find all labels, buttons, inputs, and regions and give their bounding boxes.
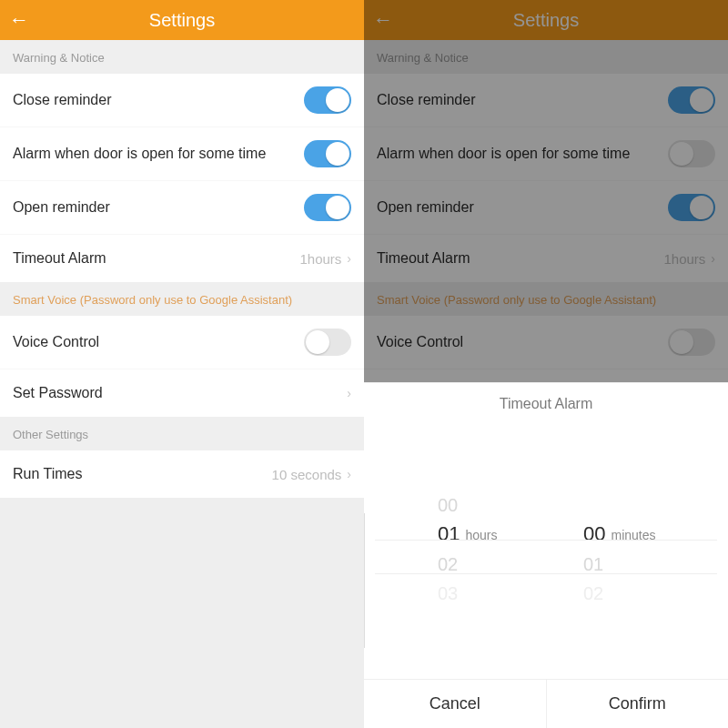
chevron-right-icon: › (347, 386, 351, 400)
cancel-button[interactable]: Cancel (364, 680, 546, 728)
chevron-right-icon: › (347, 467, 351, 481)
other-list: Run Times 10 seconds › (0, 450, 364, 498)
set-password-chevron-wrap: › (347, 386, 351, 400)
confirm-button[interactable]: Confirm (547, 680, 729, 728)
voice-list: Voice Control Set Password › (0, 316, 364, 417)
timeout-value: 1hours (299, 251, 341, 267)
set-password-label: Set Password (13, 385, 103, 401)
hours-option: 00 (438, 490, 458, 520)
left-screenshot: ← Settings Warning & Notice Close remind… (0, 0, 364, 728)
close-reminder-toggle[interactable] (304, 86, 351, 114)
row-alarm-open: Alarm when door is open for some time (0, 127, 364, 181)
picker-wheels: 00 01hours 02 03 -- 00minutes 01 02 (364, 420, 728, 679)
hours-unit: hours (465, 521, 497, 550)
modal-dim-overlay[interactable] (364, 0, 728, 382)
back-arrow-icon: ← (9, 8, 29, 32)
alarm-open-toggle[interactable] (304, 140, 351, 167)
row-timeout-alarm[interactable]: Timeout Alarm 1hours › (0, 235, 364, 282)
timeout-picker-sheet: Timeout Alarm 00 01hours 02 03 -- 00minu… (364, 382, 728, 728)
chevron-right-icon: › (347, 251, 351, 266)
minutes-unit: minutes (611, 521, 655, 550)
back-button[interactable]: ← (9, 0, 29, 40)
hours-selected: 01hours (438, 520, 498, 550)
toggle-knob (326, 196, 349, 219)
row-voice-control: Voice Control (0, 316, 364, 369)
voice-control-toggle[interactable] (304, 329, 351, 356)
hours-option: 03 (438, 579, 458, 608)
alarm-open-label: Alarm when door is open for some time (13, 146, 266, 162)
hours-option: 02 (438, 550, 458, 579)
app-header: ← Settings (0, 0, 364, 40)
warning-list: Close reminder Alarm when door is open f… (0, 74, 364, 282)
empty-area (0, 498, 364, 728)
minutes-wheel[interactable]: -- 00minutes 01 02 (551, 490, 687, 608)
row-run-times[interactable]: Run Times 10 seconds › (0, 450, 364, 498)
picker-title: Timeout Alarm (364, 383, 728, 420)
close-reminder-label: Close reminder (13, 92, 111, 108)
open-reminder-toggle[interactable] (304, 194, 351, 221)
run-times-label: Run Times (13, 466, 82, 482)
toggle-knob (326, 142, 349, 166)
toggle-knob (306, 330, 329, 354)
page-title: Settings (149, 10, 215, 31)
section-heading-other: Other Settings (0, 417, 364, 450)
voice-control-label: Voice Control (13, 334, 99, 350)
run-times-value: 10 seconds (272, 467, 342, 482)
section-heading-voice: Smart Voice (Password only use to Google… (0, 282, 364, 316)
timeout-value-wrap: 1hours › (299, 251, 351, 267)
toggle-knob (326, 88, 349, 112)
minutes-option: 02 (583, 579, 603, 608)
minutes-option: 01 (583, 550, 603, 579)
open-reminder-label: Open reminder (13, 199, 110, 216)
minutes-selected: 00minutes (583, 520, 656, 550)
row-set-password[interactable]: Set Password › (0, 369, 364, 417)
section-heading-warning: Warning & Notice (0, 40, 364, 74)
picker-actions: Cancel Confirm (364, 679, 728, 728)
row-open-reminder: Open reminder (0, 181, 364, 235)
run-times-value-wrap: 10 seconds › (272, 467, 351, 482)
right-screenshot: ← Settings Warning & Notice Close remind… (364, 0, 728, 728)
timeout-label: Timeout Alarm (13, 250, 106, 267)
hours-wheel[interactable]: 00 01hours 02 03 (405, 490, 541, 608)
row-close-reminder: Close reminder (0, 74, 364, 127)
